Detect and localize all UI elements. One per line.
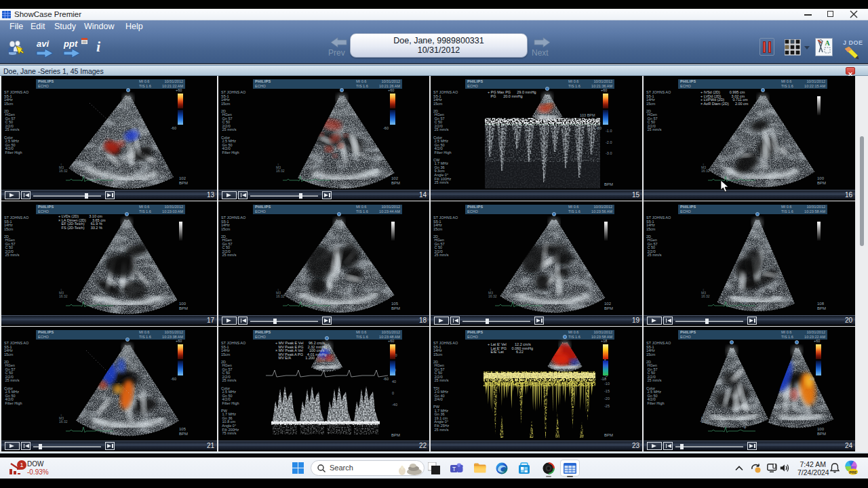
svg-text:A: A [825,39,830,47]
svg-text:1: 1 [20,462,23,468]
svg-text:PRE: PRE [849,470,857,474]
svg-text:T: T [452,466,456,472]
